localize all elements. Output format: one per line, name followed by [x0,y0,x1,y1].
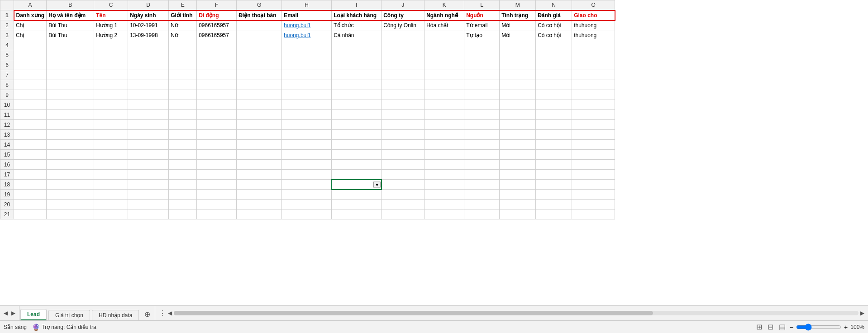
page-break-button[interactable]: ▤ [777,323,787,331]
grid-area[interactable]: A B C D E F G H I J K L M N O [0,0,868,305]
row-num-3: 3 [0,30,14,40]
cell-K1[interactable]: Ngành nghề [424,10,464,20]
cell-F1[interactable]: Di động [197,10,237,20]
col-header-O[interactable]: O [572,0,615,10]
cell-G1[interactable]: Điện thoại bàn [237,10,282,20]
add-sheet-button[interactable]: ⊕ [141,308,154,320]
ai-icon: 🔮 [32,323,40,331]
cell-E1[interactable]: Giới tính [169,10,197,20]
cell-O1[interactable]: Giao cho [572,10,615,20]
col-header-E[interactable]: E [169,0,197,10]
cell-K2[interactable]: Hóa chất [424,20,464,30]
table-row: 10 [0,100,615,110]
cell-H3[interactable]: huong.bui1 [282,30,332,40]
cell-N2[interactable]: Có cơ hội [536,20,572,30]
table-row: 7 [0,70,615,80]
cell-G3[interactable] [237,30,282,40]
cell-D1[interactable]: Ngày sinh [128,10,169,20]
cell-J1[interactable]: Công ty [382,10,424,20]
spreadsheet: A B C D E F G H I J K L M N O [0,0,868,333]
selected-cell-I18[interactable]: ▼ [332,180,382,190]
cell-I2[interactable]: Tổ chức [332,20,382,30]
cell-A3[interactable]: Chị [14,30,47,40]
col-header-M[interactable]: M [500,0,536,10]
col-header-I[interactable]: I [332,0,382,10]
cell-C1[interactable]: Tên [94,10,128,20]
cell-G2[interactable] [237,20,282,30]
col-header-C[interactable]: C [94,0,128,10]
cell-N1[interactable]: Đánh giá [536,10,572,20]
col-header-G[interactable]: G [237,0,282,10]
cell-I3[interactable]: Cá nhân [332,30,382,40]
cell-B2[interactable]: Bùi Thu [47,20,94,30]
table-row: 16 [0,160,615,170]
cell-B1[interactable]: Họ và tên đệm [47,10,94,20]
table-row: 19 [0,190,615,200]
cell-O3[interactable]: thuhuong [572,30,615,40]
status-left: Sẵn sàng 🔮 Trợ năng: Cần điều tra [4,323,749,331]
table-row: 6 [0,60,615,70]
col-header-H[interactable]: H [282,0,332,10]
cell-M2[interactable]: Mới [500,20,536,30]
cell-M1[interactable]: Tình trạng [500,10,536,20]
hscroll-next-icon[interactable]: ▶ [860,310,864,316]
cell-I1[interactable]: Loại khách hàng [332,10,382,20]
sheet-tab-giatrichon[interactable]: Giá trị chọn [48,310,90,320]
cell-L1[interactable]: Nguồn [464,10,500,20]
zoom-in-button[interactable]: + [844,323,848,331]
cell-C3[interactable]: Hường 2 [94,30,128,40]
cell-N3[interactable]: Có cơ hội [536,30,572,40]
dropdown-arrow-icon[interactable]: ▼ [373,181,381,187]
col-header-B[interactable]: B [47,0,94,10]
table-row: 9 [0,90,615,100]
col-header-A[interactable]: A [14,0,47,10]
hscroll-track[interactable] [174,311,858,315]
header-row-1: 1 Danh xưng Họ và tên đệm Tên Ngày sinh … [0,10,615,20]
cell-B3[interactable]: Bùi Thu [47,30,94,40]
cell-L2[interactable]: Từ email [464,20,500,30]
col-header-F[interactable]: F [197,0,237,10]
cell-K3[interactable] [424,30,464,40]
table-row: 3 Chị Bùi Thu Hường 2 13-09-1998 Nữ 0966… [0,30,615,40]
zoom-out-button[interactable]: − [790,323,793,331]
cell-J2[interactable]: Công ty Onlin [382,20,424,30]
hscroll-prev-icon[interactable]: ◀ [168,310,172,316]
col-header-J[interactable]: J [382,0,424,10]
cell-H2[interactable]: huong.bui1 [282,20,332,30]
cell-D2[interactable]: 10-02-1991 [128,20,169,30]
cell-L3[interactable]: Tự tạo [464,30,500,40]
cell-D3[interactable]: 13-09-1998 [128,30,169,40]
col-header-L[interactable]: L [464,0,500,10]
table-row: 15 [0,150,615,160]
tab-scroll-left-icon[interactable]: ◀ [2,310,10,316]
cell-F2[interactable]: 0966165957 [197,20,237,30]
cell-E2[interactable]: Nữ [169,20,197,30]
status-right: ⊞ ⊟ ▤ − + 100% [755,323,864,331]
cell-M3[interactable]: Mới [500,30,536,40]
col-header-K[interactable]: K [424,0,464,10]
cell-A1[interactable]: Danh xưng [14,10,47,20]
table-row: 17 [0,170,615,180]
row-num-1: 1 [0,10,14,20]
page-layout-button[interactable]: ⊟ [766,323,775,331]
cell-J3[interactable] [382,30,424,40]
cell-E3[interactable]: Nữ [169,30,197,40]
col-header-D[interactable]: D [128,0,169,10]
normal-view-button[interactable]: ⊞ [755,323,763,331]
cell-A2[interactable]: Chị [14,20,47,30]
table-row: 21 [0,209,615,219]
cell-H1[interactable]: Email [282,10,332,20]
sheet-tab-lead[interactable]: Lead [20,309,47,320]
corner-cell [0,0,14,10]
zoom-percentage: 100% [850,324,864,330]
cell-O2[interactable]: thuhuong [572,20,615,30]
tab-nav-arrows: ◀ ▶ [0,306,19,320]
sheet-tab-hdnhapdata[interactable]: HD nhập data [92,310,139,320]
col-header-N[interactable]: N [536,0,572,10]
cell-C2[interactable]: Hường 1 [94,20,128,30]
status-ready: Sẵn sàng [4,324,27,330]
zoom-slider[interactable] [796,323,841,331]
cell-F3[interactable]: 0966165957 [197,30,237,40]
tab-scroll-right-icon[interactable]: ▶ [10,310,17,316]
table-row: 8 [0,80,615,90]
